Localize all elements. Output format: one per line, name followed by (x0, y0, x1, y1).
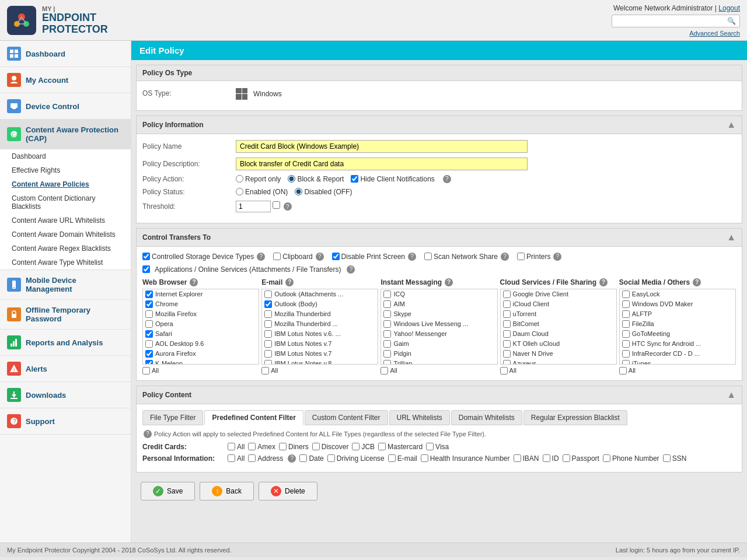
pi-passport[interactable]: Passport (563, 454, 599, 463)
pi-all[interactable]: All (228, 454, 245, 463)
clipboard-checkbox[interactable] (273, 253, 281, 260)
scan-network-option[interactable]: Scan Network Share ? (424, 253, 509, 261)
save-button[interactable]: ✓ Save (141, 482, 195, 501)
sidebar-item-otp[interactable]: Offline Temporary Password (0, 300, 131, 330)
tab-regex[interactable]: Regular Expression Blacklist (523, 410, 627, 425)
threshold-input[interactable] (236, 201, 271, 212)
note-help-icon[interactable]: ? (144, 430, 152, 438)
search-icon[interactable]: 🔍 (727, 17, 736, 25)
sidebar-item-dashboard[interactable]: Dashboard (0, 41, 131, 67)
pi-ssn[interactable]: SSN (663, 454, 687, 463)
policy-desc-input[interactable] (236, 158, 528, 170)
clipboard-option[interactable]: Clipboard ? (273, 253, 323, 261)
subitem-domain-whitelists[interactable]: Content Aware Domain Whitelists (0, 228, 131, 242)
logout-link[interactable]: Logout (718, 4, 740, 12)
back-button[interactable]: ↑ Back (200, 482, 254, 501)
controlled-storage-checkbox[interactable] (142, 253, 150, 260)
threshold-help-icon[interactable]: ? (284, 202, 292, 211)
action-block-report-radio[interactable] (288, 175, 295, 183)
controlled-storage-option[interactable]: Controlled Storage Device Types ? (142, 253, 265, 261)
sidebar-item-cap[interactable]: CAP Content Aware Protection (CAP) (0, 120, 131, 149)
applications-help[interactable]: ? (347, 265, 355, 274)
tab-domain-whitelists[interactable]: Domain Whitelists (451, 410, 522, 425)
pi-date[interactable]: Date (299, 454, 323, 463)
policy-info-collapse[interactable]: ▲ (727, 120, 736, 130)
sidebar-item-device-control[interactable]: Device Control (0, 93, 131, 120)
disable-print-help[interactable]: ? (408, 253, 416, 261)
list-item: Azureus (501, 359, 616, 365)
cloud-all-checkbox[interactable] (500, 367, 508, 374)
search-bar[interactable]: 🔍 (612, 15, 740, 27)
threshold-checkbox[interactable] (273, 201, 280, 209)
search-input[interactable] (616, 17, 727, 25)
scan-network-checkbox[interactable] (424, 253, 432, 260)
pi-health[interactable]: Health Insurance Number (421, 454, 510, 463)
sidebar-item-downloads[interactable]: Downloads (0, 382, 131, 408)
subitem-effective-rights[interactable]: Effective Rights (0, 163, 131, 177)
delete-button[interactable]: ✕ Delete (259, 482, 317, 501)
cc-jcb[interactable]: JCB (352, 443, 375, 451)
subitem-url-whitelists[interactable]: Content Aware URL Whitelists (0, 214, 131, 228)
email-all-checkbox[interactable] (261, 367, 269, 374)
web-browser-all-checkbox[interactable] (142, 367, 150, 374)
tab-url-whitelists[interactable]: URL Whitelists (389, 410, 450, 425)
sidebar-item-mobile[interactable]: Mobile Device Management (0, 270, 131, 300)
sidebar-item-alerts[interactable]: ! Alerts (0, 356, 131, 382)
social-col: Social Media / Others ? EasyLock Windows… (619, 278, 736, 374)
cc-mastercard[interactable]: Mastercard (378, 443, 423, 451)
cc-amex[interactable]: Amex (248, 443, 275, 451)
action-hide-client-checkbox[interactable] (351, 175, 358, 183)
pi-phone[interactable]: Phone Number (603, 454, 659, 463)
status-enabled[interactable]: Enabled (ON) (236, 188, 288, 196)
clipboard-help[interactable]: ? (316, 253, 324, 261)
action-block-report[interactable]: Block & Report (288, 175, 344, 183)
tab-custom[interactable]: Custom Content Filter (305, 410, 388, 425)
im-help[interactable]: ? (445, 278, 453, 286)
controlled-storage-help[interactable]: ? (257, 253, 265, 261)
disable-print-checkbox[interactable] (332, 253, 340, 260)
social-help[interactable]: ? (693, 278, 701, 286)
subitem-dashboard[interactable]: Dashboard (0, 149, 131, 163)
control-transfers-collapse[interactable]: ▲ (727, 232, 736, 243)
cc-all[interactable]: All (228, 443, 245, 451)
sidebar-item-support[interactable]: ? Support (0, 408, 131, 435)
scan-network-help[interactable]: ? (501, 253, 509, 261)
action-report-only[interactable]: Report only (236, 175, 281, 183)
subitem-dictionary-blacklists[interactable]: Custom Content Dictionary Blacklists (0, 191, 131, 214)
pi-driving[interactable]: Driving License (327, 454, 385, 463)
policy-name-input[interactable] (236, 140, 528, 153)
status-disabled-radio[interactable] (295, 188, 302, 195)
subitem-cap-policies[interactable]: Content Aware Policies (0, 177, 131, 191)
subitem-regex-blacklists[interactable]: Content Aware Regex Blacklists (0, 242, 131, 256)
pi-address[interactable]: Address (248, 454, 283, 463)
action-hide-client[interactable]: Hide Client Notifications (351, 175, 434, 183)
email-help[interactable]: ? (285, 278, 294, 286)
status-enabled-radio[interactable] (236, 188, 243, 195)
printers-help[interactable]: ? (553, 253, 561, 261)
pi-iban[interactable]: IBAN (514, 454, 539, 463)
pi-address-help[interactable]: ? (288, 454, 296, 463)
policy-content-collapse[interactable]: ▲ (727, 390, 736, 400)
printers-checkbox[interactable] (517, 253, 525, 260)
cc-diners[interactable]: Diners (279, 443, 309, 451)
pi-email[interactable]: E-mail (388, 454, 417, 463)
advanced-search-link[interactable]: Advanced Search (689, 30, 740, 37)
pi-id[interactable]: ID (543, 454, 559, 463)
tab-predefined[interactable]: Predefined Content Filter (204, 410, 303, 425)
cc-visa[interactable]: Visa (426, 443, 449, 451)
cc-discover[interactable]: Discover (312, 443, 349, 451)
printers-option[interactable]: Printers ? (517, 253, 561, 261)
cloud-help[interactable]: ? (599, 278, 608, 286)
applications-checkbox[interactable] (142, 265, 150, 273)
web-browser-help[interactable]: ? (190, 278, 198, 286)
sidebar-item-account[interactable]: My Account (0, 67, 131, 93)
sidebar-item-reports[interactable]: Reports and Analysis (0, 330, 131, 356)
subitem-type-whitelist[interactable]: Content Aware Type Whitelist (0, 256, 131, 270)
action-report-only-radio[interactable] (236, 175, 243, 183)
social-all-checkbox[interactable] (619, 367, 627, 374)
im-all-checkbox[interactable] (381, 367, 388, 374)
disable-print-option[interactable]: Disable Print Screen ? (332, 253, 416, 261)
tab-file-type[interactable]: File Type Filter (142, 410, 203, 425)
action-help-icon[interactable]: ? (443, 175, 451, 183)
status-disabled[interactable]: Disabled (OFF) (295, 188, 352, 196)
